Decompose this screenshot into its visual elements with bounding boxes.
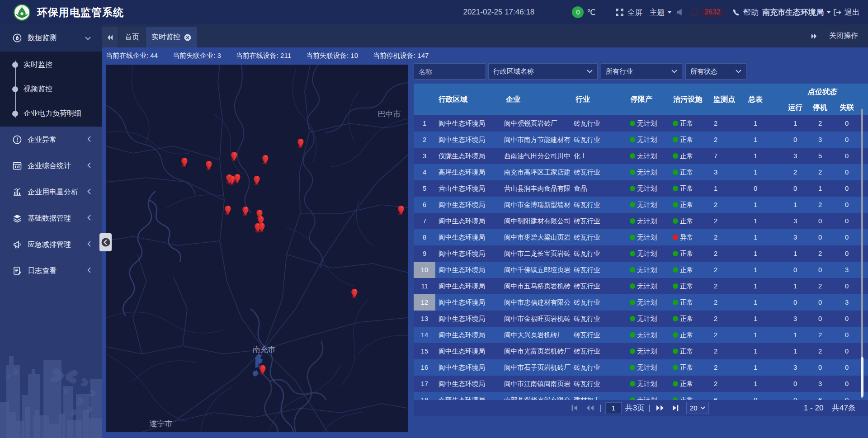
prev-page-button[interactable] [585, 405, 594, 411]
cell-lost: 0 [834, 343, 860, 359]
col-header-industry[interactable]: 行业 [571, 84, 625, 115]
cell-meters: 1 [727, 311, 784, 327]
col-header-region[interactable]: 行政区域 [435, 84, 502, 115]
cell-region: 阆中生态环境局 [435, 262, 502, 278]
table-row-9[interactable]: 9阆中生态环境局阆中市二龙长宝页岩砖砖瓦行业无计划正常21120 [414, 245, 868, 262]
table-row-18[interactable]: 18南部生态环境局南部县双华水泥有限公建材加工无计划正常60060 [414, 392, 868, 400]
first-page-button[interactable] [571, 405, 578, 411]
table-row-16[interactable]: 16阆中生态环境局阆中市石子页岩机砖厂砖瓦行业无计划正常21300 [414, 359, 868, 376]
sidebar-item-5[interactable]: 应急减排管理 [0, 231, 102, 258]
sidebar-collapse-handle[interactable] [99, 233, 112, 251]
table-row-15[interactable]: 15阆中生态环境局阆中市光富页岩机砖厂砖瓦行业无计划正常21120 [414, 343, 868, 359]
stat-value: 3 [217, 52, 221, 59]
help-button[interactable]: 帮助 [732, 7, 759, 18]
table-row-1[interactable]: 1阆中生态环境局阆中强锐页岩砖厂砖瓦行业无计划正常21120 [414, 115, 868, 132]
table-row-14[interactable]: 14阆中生态环境局阆中大兴页岩机砖厂砖瓦行业无计划正常21120 [414, 327, 868, 343]
col-header-company[interactable]: 企业 [502, 84, 571, 115]
cell-region: 阆中生态环境局 [435, 213, 502, 229]
cell-lost: 0 [834, 376, 860, 392]
tab-0[interactable]: 首页 [118, 27, 145, 47]
sidebar-item-4[interactable]: 基础数据管理 [0, 205, 102, 231]
status-dot-green [630, 121, 635, 126]
cell-run: 1 [784, 327, 807, 343]
tabs-scroll-left-button[interactable] [102, 27, 118, 47]
cell-industry: 砖瓦行业 [571, 376, 625, 392]
last-page-button[interactable] [672, 405, 679, 411]
sidebar-item-label: 企业异常 [28, 135, 57, 145]
stat-value: 44 [150, 52, 158, 59]
table-row-5[interactable]: 5营山生态环境局营山县润丰肉食品有限食品无计划正常10010 [414, 180, 868, 197]
fullscreen-button[interactable]: 全屏 [615, 7, 642, 18]
theme-dropdown[interactable]: 主题 [649, 7, 672, 18]
close-operations-button[interactable]: 关闭操作 [829, 31, 858, 41]
org-dropdown[interactable]: 南充市生态环境局 [762, 7, 831, 18]
map[interactable]: 巴中市南充市遂宁市 [106, 65, 408, 432]
next-page-button[interactable] [656, 405, 665, 411]
table-row-12[interactable]: 12阆中生态环境局阆中市忠信建材有限公砖瓦行业无计划正常21003 [414, 294, 868, 311]
cell-region: 阆中生态环境局 [435, 229, 502, 245]
cell-meters: 1 [727, 245, 784, 262]
page-size-select[interactable]: 20 [686, 402, 709, 414]
col-header-limit[interactable]: 停限产 [625, 84, 671, 115]
table-row-3[interactable]: 3仪陇生态环境局西南油气田分公司川中化工无计划正常71350 [414, 148, 868, 164]
name-filter-input[interactable] [414, 63, 486, 80]
table-row-8[interactable]: 8阆中生态环境局阆中市枣碧大梁山页岩砖瓦行业无计划异常21300 [414, 229, 868, 245]
table-row-17[interactable]: 17阆中生态环境局阆中市江南镇阆南页岩砖瓦行业无计划正常21030 [414, 376, 868, 392]
col-header-run[interactable]: 运行 [784, 100, 807, 115]
cell-num: 16 [414, 359, 435, 376]
cell-company: 阆中强锐页岩砖厂 [502, 115, 571, 132]
table-row-10[interactable]: 10阆中生态环境局阆中千佛镇五郎垭页岩砖瓦行业无计划正常21003 [414, 262, 868, 278]
col-header-lost[interactable]: 失联 [834, 100, 860, 115]
status-dot-green [630, 349, 635, 354]
region-filter-select[interactable]: 行政区域名称 [488, 63, 598, 80]
industry-filter-select[interactable]: 所有行业 [601, 63, 682, 80]
sidebar-item-1[interactable]: 企业异常 [0, 127, 102, 153]
city-skyline-decoration [0, 307, 102, 438]
sidebar-item-2[interactable]: 企业综合统计 [0, 153, 102, 179]
sidebar-item-6[interactable]: 日志查看 [0, 258, 102, 284]
cell-num: 9 [414, 245, 435, 262]
col-header-points[interactable]: 监测点 [704, 84, 727, 115]
scrollbar-track[interactable] [861, 109, 863, 398]
col-header-meters[interactable]: 总表 [727, 84, 784, 115]
scrollbar-thumb[interactable] [861, 357, 863, 397]
caret-down-icon [826, 11, 831, 14]
cell-meters: 1 [727, 262, 784, 278]
cell-num: 11 [414, 278, 435, 294]
table-row-13[interactable]: 13阆中生态环境局阆中市金福旺页岩机砖砖瓦行业无计划正常21300 [414, 311, 868, 327]
tab-1[interactable]: 实时监控 [145, 27, 197, 47]
table-row-4[interactable]: 4高坪生态环境局南充市高坪区王家店建砖瓦行业无计划正常31220 [414, 164, 868, 180]
table-row-6[interactable]: 6阆中生态环境局阆中市金博瑞新型墙材砖瓦行业无计划正常21120 [414, 197, 868, 213]
tab-close-icon[interactable] [184, 34, 191, 41]
col-header-facility[interactable]: 治污设施 [671, 84, 704, 115]
cell-points: 2 [704, 229, 727, 245]
table-row-7[interactable]: 7阆中生态环境局阆中明阳建材有限公司砖瓦行业无计划正常21300 [414, 213, 868, 229]
logout-label: 退出 [844, 7, 860, 18]
notifications-button[interactable]: 2632 [691, 8, 723, 17]
table-row-11[interactable]: 11阆中生态环境局阆中市五马桥页岩机砖砖瓦行业无计划正常21120 [414, 278, 868, 294]
mute-speaker-button[interactable] [676, 9, 684, 16]
sidebar-subitem-0[interactable]: 实时监控 [0, 52, 102, 77]
tabs-scroll-right-button[interactable] [811, 33, 817, 39]
cell-num: 4 [414, 164, 435, 180]
sidebar-subitem-2[interactable]: 企业电力负荷明细 [0, 101, 102, 126]
logout-button[interactable]: 退出 [833, 7, 860, 18]
stat-label: 当前在线设备 [236, 52, 277, 59]
sidebar-item-3[interactable]: 企业用电量分析 [0, 179, 102, 205]
sidebar-subitem-1[interactable]: 视频监控 [0, 77, 102, 101]
app-title: 环保用电监管系统 [37, 5, 124, 19]
cell-facility: 正常 [671, 294, 704, 311]
cell-lost: 0 [834, 164, 860, 180]
status-dot-green [673, 283, 678, 289]
cell-stop: 6 [807, 392, 834, 400]
col-header-stop[interactable]: 停机 [807, 100, 834, 115]
caret-down-icon [667, 11, 672, 14]
status-filter-select[interactable]: 所有状态 [685, 63, 746, 80]
status-dot-green [673, 137, 678, 142]
page-number-input[interactable] [605, 402, 622, 414]
cell-points: 2 [704, 294, 727, 311]
sidebar-item-0[interactable]: 数据监测 [0, 24, 102, 52]
bar-chart-icon [13, 188, 22, 197]
chevron-left-icon [87, 136, 91, 143]
table-row-2[interactable]: 2阆中生态环境局阆中市南方节能建材有砖瓦行业无计划正常21030 [414, 132, 868, 148]
